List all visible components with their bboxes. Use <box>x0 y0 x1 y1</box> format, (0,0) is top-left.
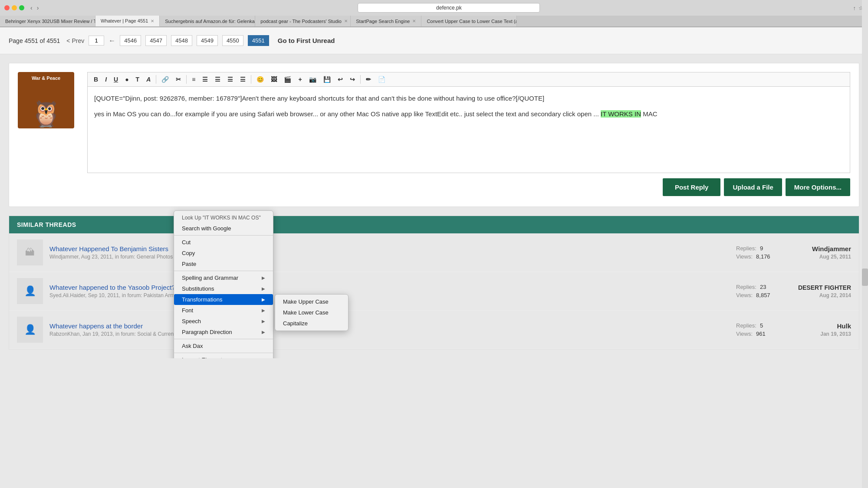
address-bar[interactable]: defence.pk <box>358 3 540 13</box>
list-ol-button[interactable]: ☰ <box>212 74 223 85</box>
thread-thumb-1: 🏔 <box>17 239 43 265</box>
thread-author-2: DESERT FIGHTER Aug 22, 2014 <box>795 284 851 298</box>
cm-speech[interactable]: Speech ▶ <box>174 316 273 327</box>
first-unread-button[interactable]: Go to First Unread <box>278 37 335 44</box>
page-link-4546[interactable]: 4546 <box>120 35 141 46</box>
cm-cut[interactable]: Cut <box>174 237 273 248</box>
thread-thumb-2: 👤 <box>17 278 43 304</box>
scrollbar-thumb[interactable] <box>862 269 868 286</box>
substitutions-arrow-icon: ▶ <box>262 286 265 291</box>
tab-amazon[interactable]: Suchergebnis auf Amazon.de für: Gelenkar… <box>160 16 255 26</box>
views-label-1: Views: <box>736 253 753 260</box>
highlight-button[interactable]: ● <box>122 74 131 85</box>
thread-author-3: Hulk Jan 19, 2013 <box>795 322 851 337</box>
views-val-2: 8,857 <box>756 292 770 298</box>
image-button[interactable]: 🖼 <box>268 74 279 85</box>
page-link-4548[interactable]: 4548 <box>171 35 192 46</box>
views-val-3: 961 <box>756 331 766 337</box>
nav-buttons: ‹ › <box>29 3 40 12</box>
bold-button[interactable]: B <box>91 74 101 85</box>
thread-title-2[interactable]: Whatever happened to the Yasoob Project? <box>49 284 730 291</box>
underline-button[interactable]: U <box>111 74 121 85</box>
views-label-3: Views: <box>736 331 753 337</box>
list-ul-button[interactable]: ☰ <box>200 74 210 85</box>
share-button[interactable]: ↑ <box>853 5 856 11</box>
italic-button[interactable]: I <box>102 74 109 85</box>
emoji-button[interactable]: 😊 <box>254 74 266 85</box>
edit-mode-button[interactable]: ✏ <box>363 74 374 85</box>
cm-transformations-wrap: Transformations ▶ Make Upper Case Make L… <box>174 294 273 305</box>
preview-button[interactable]: 📄 <box>375 74 388 85</box>
thread-meta-2: Syed.Ali.Haider, Sep 10, 2011, in forum:… <box>49 292 730 298</box>
thread-title-1[interactable]: Whatever Happened To Benjamin Sisters <box>49 245 730 252</box>
link-button[interactable]: 🔗 <box>159 74 171 85</box>
insert-button[interactable]: + <box>296 74 304 85</box>
page-link-4551[interactable]: 4551 <box>248 35 269 46</box>
cm-paste[interactable]: Paste <box>174 259 273 269</box>
cm-substitutions[interactable]: Substitutions ▶ <box>174 283 273 294</box>
align-left-button[interactable]: ≡ <box>189 74 198 85</box>
cm-capitalize[interactable]: Capitalize <box>275 318 348 329</box>
thread-date-1: Aug 25, 2011 <box>795 254 851 260</box>
page-number-input[interactable] <box>89 36 104 46</box>
indent-button[interactable]: ☰ <box>225 74 236 85</box>
window-controls <box>4 5 24 10</box>
action-buttons: Post Reply Upload a File More Options... <box>87 173 850 198</box>
tab-whatever[interactable]: Whatever | Page 4551 ✕ <box>95 16 160 26</box>
back-button[interactable]: ‹ <box>29 3 34 12</box>
thread-info-2: Whatever happened to the Yasoob Project?… <box>49 284 730 298</box>
body-text-before: yes in Mac OS you can do...for example i… <box>94 110 599 118</box>
cm-copy[interactable]: Copy <box>174 248 273 259</box>
cm-spelling[interactable]: Spelling and Grammar ▶ <box>174 272 273 283</box>
spelling-arrow-icon: ▶ <box>262 275 265 280</box>
tab-startpage[interactable]: StartPage Search Engine ✕ <box>351 16 421 26</box>
prev-button[interactable]: < Prev <box>66 37 84 44</box>
thread-title-3[interactable]: Whatever happens at the border <box>49 322 730 330</box>
tab-podcast[interactable]: podcast gear - The Podcasters' Studio ✕ <box>255 16 351 26</box>
page-link-4547[interactable]: 4547 <box>145 35 167 46</box>
post-reply-button[interactable]: Post Reply <box>663 178 721 196</box>
similar-threads-section: SIMILAR THREADS 🏔 Whatever Happened To B… <box>9 216 859 350</box>
arrow-button[interactable]: ← <box>108 37 115 45</box>
paragraph-direction-arrow-icon: ▶ <box>262 330 265 334</box>
cm-sep-1 <box>174 235 273 236</box>
outdent-button[interactable]: ☰ <box>237 74 248 85</box>
more-options-button[interactable]: More Options... <box>786 178 850 196</box>
thread-author-1: Windjammer Aug 25, 2011 <box>795 245 851 260</box>
media-button[interactable]: 🎬 <box>281 74 294 85</box>
cm-ask-dax[interactable]: Ask Dax <box>174 341 273 351</box>
cm-make-lower[interactable]: Make Lower Case <box>275 307 348 318</box>
page-link-4550[interactable]: 4550 <box>222 35 243 46</box>
cm-paragraph-direction[interactable]: Paragraph Direction ▶ <box>174 327 273 337</box>
page-link-4549[interactable]: 4549 <box>197 35 218 46</box>
undo-button[interactable]: ↩ <box>335 74 345 85</box>
tab-close-podcast[interactable]: ✕ <box>344 19 348 23</box>
tab-convert[interactable]: Convert Upper Case to Lower Case Text (a… <box>421 16 517 26</box>
close-window-btn[interactable] <box>4 5 10 10</box>
cm-make-upper[interactable]: Make Upper Case <box>275 296 348 307</box>
maximize-window-btn[interactable] <box>19 5 24 10</box>
redo-button[interactable]: ↪ <box>347 74 358 85</box>
upload-file-button[interactable]: Upload a File <box>724 178 782 196</box>
cm-font[interactable]: Font ▶ <box>174 305 273 316</box>
minimize-window-btn[interactable] <box>12 5 17 10</box>
cut-button[interactable]: ✂ <box>173 74 184 85</box>
editor-content[interactable]: [QUOTE="Djinn, post: 9262876, member: 16… <box>87 86 850 173</box>
tabs-bar: Behringer Xenyx 302USB Mixer Review / Te… <box>0 16 868 27</box>
tab-close-startpage[interactable]: ✕ <box>412 19 416 23</box>
thread-row: 👤 Whatever happened to the Yasoob Projec… <box>9 272 859 311</box>
tab-close-whatever[interactable]: ✕ <box>151 19 154 23</box>
font-size-button[interactable]: T <box>133 74 142 85</box>
separator-1 <box>156 75 156 84</box>
views-row-2: Views: 8,857 <box>736 292 770 298</box>
tab-behringer[interactable]: Behringer Xenyx 302USB Mixer Review / Te… <box>0 16 95 26</box>
cm-inspect-element[interactable]: Inspect Element <box>174 354 273 358</box>
save-button[interactable]: 💾 <box>321 74 333 85</box>
quote-block: [QUOTE="Djinn, post: 9262876, member: 16… <box>94 93 843 104</box>
camera-button[interactable]: 📷 <box>306 74 319 85</box>
forward-button[interactable]: › <box>35 3 41 12</box>
cm-lookup[interactable]: Look Up "IT WORKS IN MAC OS" <box>174 213 273 223</box>
cm-transformations[interactable]: Transformations ▶ <box>174 294 273 305</box>
font-color-button[interactable]: A <box>144 74 153 85</box>
cm-search-google[interactable]: Search with Google <box>174 223 273 234</box>
